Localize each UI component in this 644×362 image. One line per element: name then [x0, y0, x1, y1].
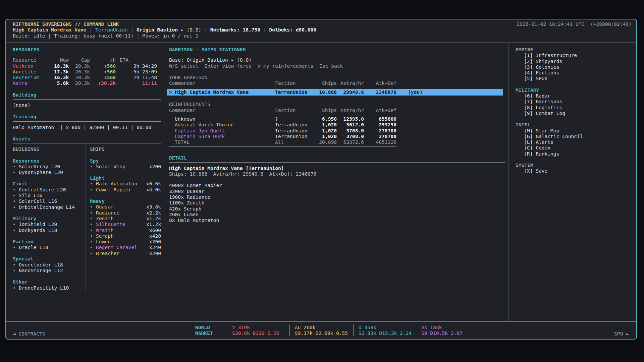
sidebar-item-spus[interactable]: [5] SPUs [516, 75, 633, 81]
sidebar-item-shipyards[interactable]: [2] Shipyards [516, 58, 633, 64]
building-item: •Silo L16 [13, 192, 86, 198]
left-panel-divider [164, 43, 164, 321]
market-supply-demand: S9.17k D2.69k 0.55 [295, 330, 353, 336]
nav-section-label: EMPIRE [516, 47, 633, 52]
sidebar-item-factions[interactable]: [4] Factions [516, 70, 633, 75]
dolbeks-balance: Dolbeks: d80,000 [269, 27, 317, 33]
atk-def: 293250 [364, 122, 396, 127]
sidebar-item-infrastructure[interactable]: [1] Infrastructure [516, 52, 633, 58]
resource-eta: 5h 23:09 [118, 69, 161, 74]
building-item: •SolarArray L20 [13, 164, 86, 169]
commander-name: Admiral Varik Thorne [169, 122, 275, 127]
resource-now: 5.6k [50, 80, 71, 86]
detail-composition-line: 420x Seraph [169, 206, 505, 212]
detail-composition-line: 1100x Zenith [169, 200, 505, 205]
sidebar-item-colonies[interactable]: [3] Colonies [516, 64, 633, 70]
building-item: •DroneFacility L10 [13, 285, 86, 291]
training-queue: Halo Automaton | x 800 | 8/800 | 00:11 |… [13, 124, 161, 130]
building-group-other: Other •DroneFacility L10 [13, 279, 86, 291]
building-group-civil: Civil •CentralSpire L20 •Silo L16 •Solar… [13, 181, 86, 209]
reinforcement-row[interactable]: Captain Sura Dusk TerranUnion 1,020 3708… [169, 133, 505, 139]
reinforcements-label: REINFORCEMENTS [169, 101, 505, 107]
right-panel-divider [508, 43, 508, 321]
ship-item: •Silhouettex1.2k [90, 221, 161, 227]
garrison-row-selected[interactable]: > High Captain Mordrax Vane TerranUnion … [167, 89, 503, 96]
building-item: •OrbitalExchange L14 [13, 204, 86, 210]
market-supply-demand: S0 D10.5k 3.87 [421, 330, 473, 336]
garrison-keyboard-hints: W/S select Enter view force V my reinfor… [169, 63, 505, 69]
building-item: •Dockyards L18 [13, 227, 86, 233]
sidebar-item-logistics[interactable]: [8] Logistics [516, 105, 633, 110]
bullet-icon: • [90, 244, 96, 250]
command-link-window: 2026-01-02 18:24:41 UTC (+28800:02:49) R… [5, 19, 637, 340]
col-header-now: Now [50, 57, 71, 63]
commander-faction: ? [275, 116, 313, 122]
sidebar-item-save[interactable]: [X] Save [516, 168, 633, 174]
clock: 2026-01-02 18:24:41 UTC (+28800:02:49) [517, 21, 632, 27]
reinforcement-row[interactable]: Captain Jyn Quell TerranUnion 1,020 3708… [169, 128, 505, 133]
ships-count: 1,020 [313, 128, 337, 133]
reinforcement-row[interactable]: Unknown ? 6,950 12395.0 855800 [169, 116, 505, 122]
bullet-icon: • [90, 233, 96, 239]
ships-count: 1,020 [313, 122, 337, 127]
ship-item: •Solar Wispx200 [90, 164, 161, 169]
bullet-icon: • [13, 204, 19, 210]
commander-faction: TerranUnion [275, 128, 313, 133]
garrison-panel: GARRISON — SHIPS STATIONED Base: Origin … [169, 47, 505, 223]
commander-faction: TerranUnion [275, 122, 313, 127]
sidebar-item-galactic-council[interactable]: [G] Galactic Council [516, 133, 633, 139]
building-item: •Overclocker L18 [13, 262, 86, 267]
ship-item: •Radiancex2.2k [90, 210, 161, 216]
bullet-icon: • [90, 239, 96, 244]
resources-heading: RESOURCES [13, 47, 161, 54]
training-heading: Training [13, 114, 161, 121]
building-item: •NanoStorage L12 [13, 267, 86, 273]
detail-composition-line: 260x Lumen [169, 212, 505, 217]
bullet-icon: • [13, 187, 19, 192]
sidebar-item-radar[interactable]: [6] Radar [516, 93, 633, 99]
ship-item: •Lumenx260 [90, 239, 161, 244]
base-panel: RESOURCES Resource Now Cap /h ETA Vulkro… [13, 47, 161, 291]
market-deuterium: D 359k S2.83k D15.3k 2.24 [353, 324, 416, 336]
astra-per-hr: 12395.0 [337, 116, 364, 122]
bullet-icon: • [13, 285, 19, 291]
sidebar-item-garrisons[interactable]: [7] Garrisons [516, 99, 633, 104]
building-group-resources: Resources •SolarArray L20 •DysonSphere L… [13, 158, 86, 175]
noctmarks-balance: Noctmarks: 18,750 [210, 27, 260, 33]
sidebar-item-star-map[interactable]: [M] Star Map [516, 128, 633, 133]
contracts-pager[interactable]: ◄ CONTRACTS [13, 331, 45, 337]
commander-name: > High Captain Mordrax Vane [169, 89, 275, 96]
total-ships: 20,898 [313, 139, 337, 145]
resource-rate: ↓30.2k [92, 80, 118, 86]
resource-rate: ↑560 [92, 63, 118, 69]
spu-pager[interactable]: SPU ► [614, 331, 629, 337]
status-line: Build: idle | Training: busy (next 00:11… [13, 33, 316, 39]
detail-heading: DETAIL [169, 155, 505, 163]
sidebar-item-combat-log[interactable]: [9] Combat Log [516, 110, 633, 116]
building-queue: (none) [13, 102, 161, 108]
bullet-icon: • [90, 227, 96, 233]
nav-section-intel: INTEL [M] Star Map [G] Galactic Council … [516, 122, 633, 157]
nav-section-label: SYSTEM [516, 162, 633, 168]
bullet-icon: • [13, 227, 19, 233]
buildings-heading: BUILDINGS [13, 146, 86, 152]
market-total: D 359k [359, 324, 416, 330]
resource-eta: 7h 11:48 [118, 74, 161, 80]
bullet-icon: • [13, 192, 19, 198]
bullet-icon: • [13, 267, 19, 273]
ship-item: •Quasarx3.8k [90, 204, 161, 209]
sidebar-item-alerts[interactable]: [L] Alerts [516, 139, 633, 145]
building-group-military: Military •IonShield L20 •Dockyards L18 [13, 216, 86, 233]
reinforcement-total-row: TOTAL All 20,898 53372.6 4053326 [169, 139, 505, 145]
col-header-resource: Resource [13, 57, 50, 63]
ship-item: •Zenithx1.2k [90, 216, 161, 221]
sidebar-item-rankings[interactable]: [R] Rankings [516, 151, 633, 157]
table-rule [169, 87, 396, 87]
bullet-icon: • [90, 210, 96, 216]
reinforcement-row[interactable]: Admiral Varik Thorne TerranUnion 1,020 3… [169, 122, 505, 127]
market-total: Au 260k [295, 324, 353, 330]
buildings-list: BUILDINGS Resources •SolarArray L20 •Dys… [13, 146, 86, 291]
bullet-icon: • [13, 198, 19, 204]
market-astra: As 183k S0 D10.5k 3.87 [416, 324, 473, 336]
sidebar-item-codex[interactable]: [C] Codex [516, 145, 633, 150]
